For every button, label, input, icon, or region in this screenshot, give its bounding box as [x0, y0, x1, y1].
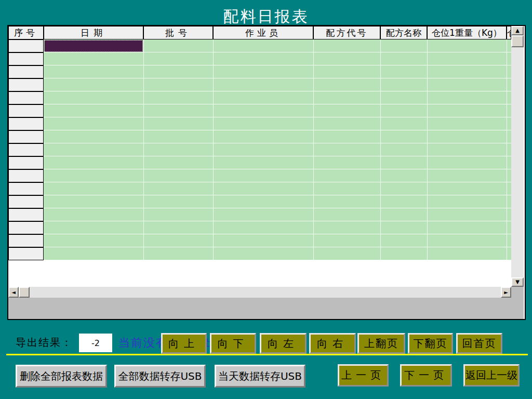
row-index-cell[interactable] — [8, 78, 44, 91]
vertical-scrollbar-thumb[interactable] — [511, 35, 524, 47]
row-index-cell[interactable] — [8, 247, 44, 260]
row-index-cell[interactable] — [8, 39, 44, 52]
horizontal-scrollbar[interactable]: ◄ ► — [8, 287, 511, 298]
panel-footer-strip — [8, 298, 524, 319]
row-index-cell[interactable] — [8, 117, 44, 130]
row-index-cell[interactable] — [8, 143, 44, 156]
vertical-scrollbar[interactable]: ▲ ▼ — [511, 26, 524, 287]
col-header-batch: 批号 — [143, 26, 213, 39]
row-index-cell[interactable] — [8, 208, 44, 221]
col-header-operator: 作业员 — [213, 26, 313, 39]
nav-button-left[interactable]: 向左 — [260, 333, 307, 354]
row-index-cell[interactable] — [8, 52, 44, 65]
grid-hline — [44, 182, 511, 182]
grid-hline — [44, 260, 511, 260]
page-button-back-up-level[interactable]: 返回上一级 — [463, 364, 520, 387]
grid-vline — [380, 39, 381, 260]
nav-button-up[interactable]: 向上 — [161, 333, 207, 354]
screen: 配料日报表 序号日期批号作业员配方代号配方名称仓位1重量（Kg）仓 ▲ ▼ ◄ … — [0, 0, 532, 399]
grid-vline — [143, 39, 144, 260]
scroll-up-button[interactable]: ▲ — [511, 26, 524, 35]
row-index-cell[interactable] — [8, 91, 44, 104]
row-index-cell[interactable] — [8, 234, 44, 247]
divider-line — [6, 354, 528, 355]
scroll-right-button[interactable]: ► — [501, 287, 511, 298]
grid-hline — [44, 221, 511, 221]
col-header-recipe-name: 配方名称 — [380, 26, 427, 39]
row-index-cell[interactable] — [8, 195, 44, 208]
grid-hline — [44, 247, 511, 247]
table-body[interactable] — [44, 39, 511, 260]
page-title: 配料日报表 — [0, 6, 532, 28]
grid-hline — [44, 156, 511, 156]
horizontal-scrollbar-thumb[interactable] — [19, 287, 30, 298]
col-header-index: 序号 — [8, 26, 44, 39]
row-index-cell[interactable] — [8, 65, 44, 78]
grid-hline — [44, 117, 511, 117]
page-button-prev-page[interactable]: 上一页 — [338, 364, 389, 387]
selected-cell[interactable] — [44, 40, 143, 52]
scroll-left-button[interactable]: ◄ — [8, 287, 19, 298]
row-index-cell[interactable] — [8, 169, 44, 182]
row-index-cell[interactable] — [8, 130, 44, 143]
grid-hline — [44, 169, 511, 169]
nav-button-right[interactable]: 向右 — [309, 333, 356, 354]
scroll-down-icon: ▼ — [515, 280, 520, 285]
grid-hline — [44, 208, 511, 208]
scroll-left-icon: ◄ — [11, 290, 16, 295]
export-result-value: -2 — [79, 334, 112, 352]
row-index-cell[interactable] — [8, 182, 44, 195]
grid-hline — [44, 104, 511, 104]
row-index-cell[interactable] — [8, 221, 44, 234]
row-index-cell[interactable] — [8, 156, 44, 169]
action-button-export-all-data-usb[interactable]: 全部数据转存USB — [114, 365, 206, 388]
action-button-delete-all-report-data[interactable]: 删除全部报表数据 — [16, 365, 107, 388]
col-header-recipe-code: 配方代号 — [313, 26, 380, 39]
scroll-up-icon: ▲ — [515, 28, 520, 33]
grid-hline — [44, 130, 511, 130]
grid-vline — [507, 39, 507, 260]
grid-hline — [44, 65, 511, 65]
grid-hline — [44, 52, 511, 52]
nav-button-page-down[interactable]: 下翻页 — [408, 333, 453, 354]
grid-hline — [44, 91, 511, 91]
scroll-right-icon: ► — [504, 290, 508, 295]
grid-vline — [213, 39, 214, 260]
grid-hline — [44, 195, 511, 195]
grid-vline — [313, 39, 314, 260]
grid-vline — [427, 39, 428, 260]
nav-button-down[interactable]: 向下 — [210, 333, 256, 354]
col-header-bin1-weight: 仓位1重量（Kg） — [427, 26, 507, 39]
action-button-export-today-data-usb[interactable]: 当天数据转存USB — [215, 365, 305, 388]
scrollbar-corner — [511, 287, 524, 298]
export-result-label: 导出结果： — [16, 336, 73, 350]
col-header-partial: 仓 — [507, 26, 511, 39]
nav-button-home[interactable]: 回首页 — [456, 333, 502, 354]
scroll-down-button[interactable]: ▼ — [511, 277, 524, 287]
grid-hline — [44, 78, 511, 78]
grid-hline — [44, 143, 511, 143]
page-button-next-page[interactable]: 下一页 — [400, 364, 452, 387]
col-header-date: 日期 — [44, 26, 143, 39]
row-index-cell[interactable] — [8, 104, 44, 117]
nav-button-page-up[interactable]: 上翻页 — [357, 333, 405, 354]
report-table-panel: 序号日期批号作业员配方代号配方名称仓位1重量（Kg）仓 ▲ ▼ ◄ ► — [7, 25, 526, 320]
grid-hline — [44, 234, 511, 234]
